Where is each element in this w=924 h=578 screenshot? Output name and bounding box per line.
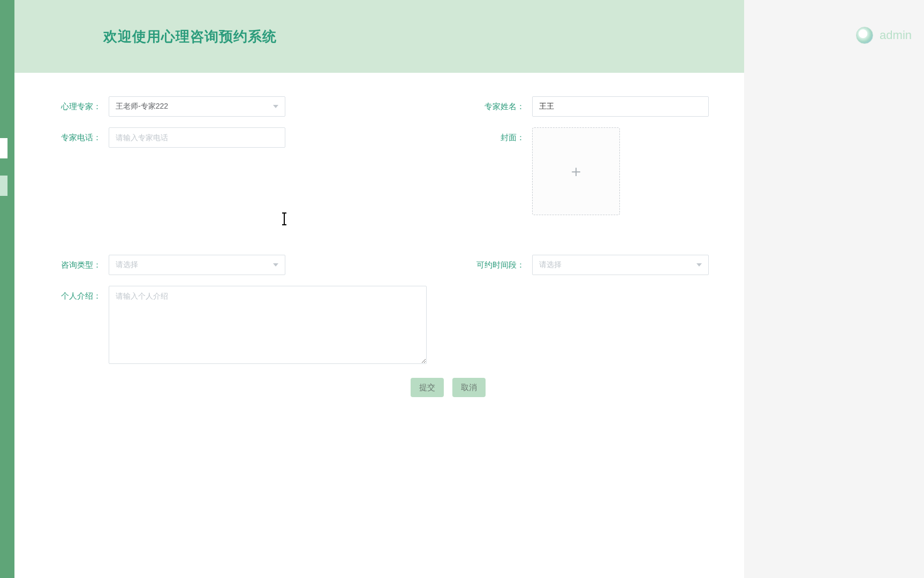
name-input[interactable]: [539, 97, 702, 116]
chevron-down-icon: [273, 105, 278, 108]
phone-label: 专家电话：: [14, 127, 109, 143]
cover-label: 封面：: [438, 127, 532, 143]
button-row: 提交 取消: [14, 378, 744, 397]
sidebar-collapsed: [0, 0, 14, 578]
expert-select-value: 王老师-专家222: [116, 102, 168, 111]
avatar: [856, 27, 873, 44]
chevron-down-icon: [696, 263, 702, 267]
slot-select[interactable]: 请选择: [532, 255, 709, 275]
user-menu[interactable]: admin: [856, 27, 912, 44]
intro-label: 个人介绍：: [14, 286, 109, 301]
username-label: admin: [880, 28, 912, 42]
slot-label: 可约时间段：: [438, 237, 532, 270]
phone-input[interactable]: [116, 128, 278, 147]
phone-input-wrapper: [109, 127, 285, 148]
plus-icon: ＋: [568, 163, 584, 179]
type-label: 咨询类型：: [14, 237, 109, 270]
form-panel: 心理专家： 王老师-专家222 专家姓名： 专家电话： 封面： ＋: [14, 73, 744, 578]
name-label: 专家姓名：: [438, 96, 532, 112]
header-bar: 欢迎使用心理咨询预约系统: [14, 0, 744, 73]
cancel-button[interactable]: 取消: [452, 378, 486, 397]
slot-select-placeholder: 请选择: [539, 260, 562, 270]
expert-select[interactable]: 王老师-专家222: [109, 96, 285, 117]
sidebar-item-stub-active: [0, 176, 7, 196]
chevron-down-icon: [273, 263, 278, 267]
expert-label: 心理专家：: [14, 96, 109, 112]
page-title: 欢迎使用心理咨询预约系统: [103, 27, 277, 46]
intro-textarea[interactable]: [109, 286, 427, 364]
type-select[interactable]: 请选择: [109, 255, 285, 275]
sidebar-item-stub: [0, 138, 7, 158]
submit-button[interactable]: 提交: [411, 378, 444, 397]
type-select-placeholder: 请选择: [116, 260, 138, 270]
name-input-wrapper: [532, 96, 709, 117]
cover-upload[interactable]: ＋: [532, 127, 620, 215]
